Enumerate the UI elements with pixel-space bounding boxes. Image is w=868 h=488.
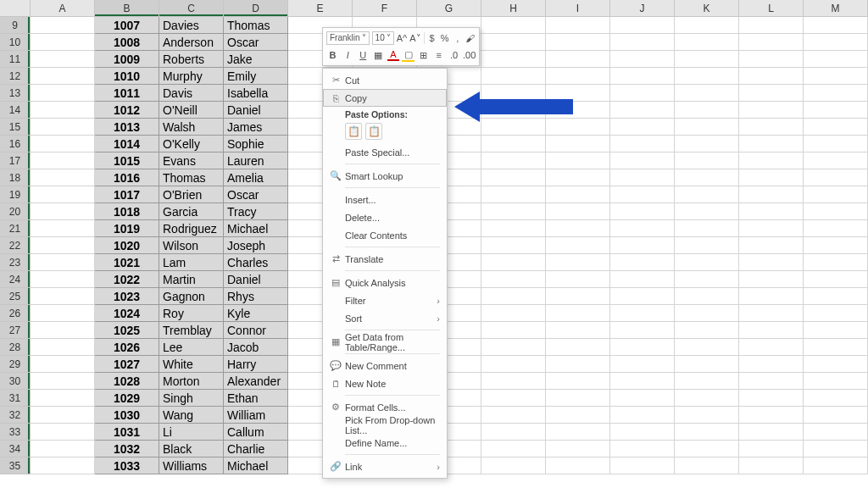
cell[interactable]: Rhys <box>224 288 288 305</box>
cell[interactable] <box>31 186 95 203</box>
cell[interactable]: 1023 <box>95 288 159 305</box>
cell[interactable] <box>610 339 675 356</box>
cell[interactable] <box>481 220 546 237</box>
cell[interactable] <box>546 169 610 186</box>
cell[interactable] <box>31 169 95 186</box>
cell[interactable]: Evans <box>159 152 224 169</box>
cell[interactable] <box>610 271 675 288</box>
cell[interactable] <box>546 152 610 169</box>
column-header-G[interactable]: G <box>417 0 481 17</box>
cell[interactable] <box>804 102 868 119</box>
cell[interactable] <box>546 424 610 441</box>
row-header[interactable]: 21 <box>0 220 31 237</box>
cell[interactable] <box>804 51 868 68</box>
menu-pick-list[interactable]: Pick From Drop-down List... <box>323 416 447 434</box>
row-header[interactable]: 9 <box>0 17 31 34</box>
cell[interactable]: Tracy <box>224 203 288 220</box>
cell[interactable]: 1024 <box>95 305 159 322</box>
cell[interactable] <box>804 85 868 102</box>
cell[interactable] <box>546 441 610 458</box>
cell[interactable] <box>610 305 675 322</box>
column-header-E[interactable]: E <box>288 0 353 17</box>
cell[interactable]: Isabella <box>224 85 288 102</box>
cell[interactable]: 1026 <box>95 339 159 356</box>
cell[interactable] <box>31 373 95 390</box>
cell[interactable]: William <box>224 407 288 424</box>
cell[interactable]: Morton <box>159 373 224 390</box>
cell[interactable] <box>610 136 675 152</box>
cell[interactable] <box>804 68 868 85</box>
cell[interactable] <box>481 305 546 322</box>
cell[interactable] <box>675 390 739 407</box>
cell[interactable] <box>546 237 610 254</box>
cell[interactable] <box>610 152 675 169</box>
menu-filter[interactable]: Filter <box>323 291 447 309</box>
cell[interactable] <box>546 85 610 102</box>
cell[interactable] <box>31 102 95 119</box>
row-header[interactable]: 27 <box>0 322 31 339</box>
cell[interactable] <box>804 271 868 288</box>
cell[interactable]: Lee <box>159 339 224 356</box>
cell[interactable] <box>481 203 546 220</box>
cell[interactable] <box>546 288 610 305</box>
cell[interactable]: 1029 <box>95 390 159 407</box>
cell[interactable] <box>546 407 610 424</box>
cell[interactable] <box>546 322 610 339</box>
menu-define-name[interactable]: Define Name... <box>323 434 447 452</box>
cell[interactable]: Tremblay <box>159 322 224 339</box>
cell[interactable]: Lauren <box>224 152 288 169</box>
cell[interactable] <box>31 424 95 441</box>
cell[interactable] <box>804 441 868 458</box>
cell[interactable] <box>675 152 739 169</box>
cell[interactable] <box>610 458 675 474</box>
cell[interactable] <box>546 390 610 407</box>
cell[interactable]: Davis <box>159 85 224 102</box>
cell[interactable] <box>546 68 610 85</box>
cell[interactable] <box>675 136 739 152</box>
column-header-F[interactable]: F <box>353 0 417 17</box>
cell[interactable] <box>481 85 546 102</box>
cell[interactable]: Connor <box>224 322 288 339</box>
cell[interactable] <box>31 119 95 136</box>
cell[interactable] <box>804 458 868 474</box>
increase-font-button[interactable]: A^ <box>397 33 408 43</box>
row-header[interactable]: 23 <box>0 254 31 271</box>
select-all-corner[interactable] <box>0 0 31 17</box>
row-header[interactable]: 32 <box>0 407 31 424</box>
cell[interactable] <box>546 458 610 474</box>
cell[interactable] <box>31 51 95 68</box>
cell[interactable] <box>546 102 610 119</box>
cell[interactable] <box>675 458 739 474</box>
cell[interactable]: Joseph <box>224 237 288 254</box>
cell[interactable] <box>804 220 868 237</box>
cell[interactable] <box>610 424 675 441</box>
cell[interactable] <box>31 339 95 356</box>
cell[interactable]: James <box>224 119 288 136</box>
cell[interactable] <box>610 17 675 34</box>
cell[interactable] <box>31 407 95 424</box>
menu-insert[interactable]: Insert... <box>323 191 447 208</box>
cell[interactable] <box>739 305 804 322</box>
cell[interactable]: 1030 <box>95 407 159 424</box>
font-color-button[interactable]: A <box>387 49 400 61</box>
cell[interactable] <box>675 305 739 322</box>
cell[interactable] <box>481 51 546 68</box>
cell[interactable] <box>675 34 739 51</box>
cell[interactable] <box>31 203 95 220</box>
cell[interactable] <box>675 237 739 254</box>
cell[interactable] <box>804 322 868 339</box>
menu-smart-lookup[interactable]: 🔍 Smart Lookup <box>323 167 447 185</box>
cell[interactable]: 1016 <box>95 169 159 186</box>
cell[interactable] <box>804 288 868 305</box>
row-header[interactable]: 25 <box>0 288 31 305</box>
cell[interactable] <box>739 186 804 203</box>
cell[interactable]: Singh <box>159 390 224 407</box>
cell[interactable] <box>739 407 804 424</box>
cell[interactable] <box>675 356 739 373</box>
cell[interactable]: 1025 <box>95 322 159 339</box>
menu-new-comment[interactable]: 💬 New Comment <box>323 357 447 374</box>
row-header[interactable]: 22 <box>0 237 31 254</box>
cell[interactable] <box>675 220 739 237</box>
cell[interactable]: Callum <box>224 424 288 441</box>
decrease-decimal-button[interactable]: .00 <box>463 50 476 60</box>
